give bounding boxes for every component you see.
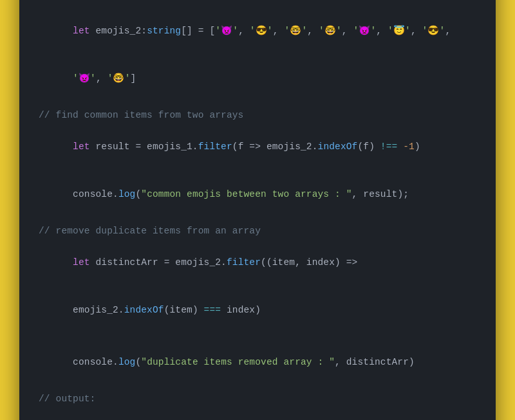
comment-line-3: // remove duplicate items from an array bbox=[39, 223, 476, 239]
code-editor: // filter an array with specific conditi… bbox=[19, 0, 496, 420]
code-line-distinct1: let distinctArr = emojis_2.filter((item,… bbox=[39, 239, 476, 286]
code-window: // filter an array with specific conditi… bbox=[19, 0, 496, 420]
comment-line-output: // output: bbox=[39, 391, 476, 407]
blank-spacer-2 bbox=[39, 103, 476, 107]
code-line-console1: console.log("common emojis between two a… bbox=[39, 170, 476, 218]
code-line-console2: console.log("duplicate items removed arr… bbox=[39, 338, 476, 386]
output-line-1: common emojis between two arrays : [ '😎'… bbox=[39, 406, 476, 420]
code-line-emojis2a: let emojis_2:string[] = ['👿', '😎', '🤓', … bbox=[39, 8, 476, 55]
code-line-emojis1: let emojis_1:string[] = ['😊', '😍', '😂', … bbox=[39, 0, 476, 8]
comment-line-2: // find common items from two arrays bbox=[39, 107, 476, 123]
code-line-distinct2: emojis_2.indexOf(item) === index) bbox=[39, 286, 476, 334]
blank-spacer-4 bbox=[39, 334, 476, 338]
code-line-result: let result = emojis_1.filter(f => emojis… bbox=[39, 123, 476, 171]
blank-spacer-5 bbox=[39, 386, 476, 390]
blank-spacer-3 bbox=[39, 218, 476, 223]
code-line-emojis2b: '👿', '🤓'] bbox=[39, 55, 476, 103]
